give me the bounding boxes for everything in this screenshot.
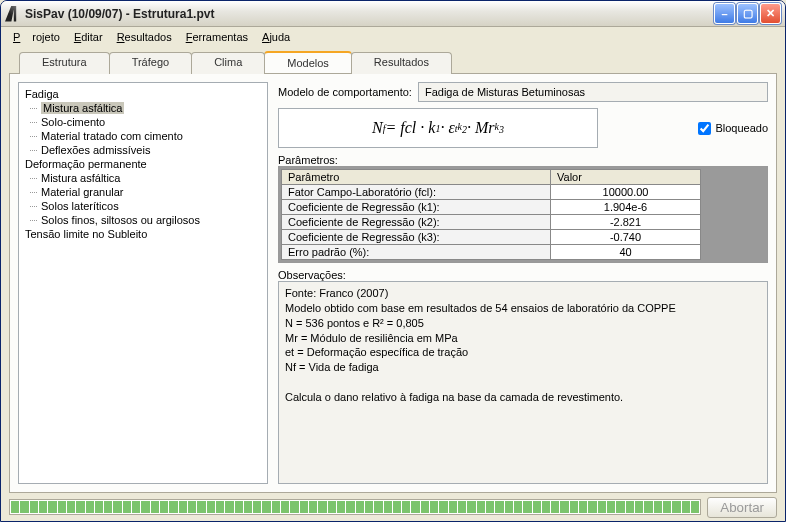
param-value-cell[interactable]: -2.821: [551, 215, 701, 230]
obs-label: Observações:: [278, 269, 768, 281]
model-tree[interactable]: Fadiga Mistura asfáltica Solo-cimento Ma…: [18, 82, 268, 484]
params-table: Parâmetro Valor Fator Campo-Laboratório …: [281, 169, 701, 260]
table-row: Coeficiente de Regressão (k2):-2.821: [282, 215, 701, 230]
tree-item-dp-mistura[interactable]: Mistura asfáltica: [19, 171, 267, 185]
tab-estrutura[interactable]: Estrutura: [19, 52, 110, 74]
params-area: Parâmetro Valor Fator Campo-Laboratório …: [278, 166, 768, 263]
tree-group-deformacao[interactable]: Deformação permanente: [19, 157, 267, 171]
window-title: SisPav (10/09/07) - Estrutura1.pvt: [25, 7, 214, 21]
params-label: Parâmetros:: [278, 154, 768, 166]
minimize-button[interactable]: –: [714, 3, 735, 24]
tab-trafego[interactable]: Tráfego: [109, 52, 193, 74]
titlebar[interactable]: SisPav (10/09/07) - Estrutura1.pvt – ▢ ✕: [1, 1, 785, 27]
formula-display: Nf = fcl · k1 · εtk2 · Mrk3: [278, 108, 598, 148]
menu-projeto[interactable]: Projeto: [7, 29, 66, 45]
table-row: Coeficiente de Regressão (k1):1.904e-6: [282, 200, 701, 215]
param-value-cell[interactable]: -0.740: [551, 230, 701, 245]
tree-item-dp-finos[interactable]: Solos finos, siltosos ou argilosos: [19, 213, 267, 227]
tree-item-dp-granular[interactable]: Material granular: [19, 185, 267, 199]
model-name-field: Fadiga de Misturas Betuminosas: [418, 82, 768, 102]
progress-bar: [9, 499, 701, 515]
app-window: SisPav (10/09/07) - Estrutura1.pvt – ▢ ✕…: [0, 0, 786, 522]
params-header-name: Parâmetro: [282, 170, 551, 185]
locked-checkbox-input[interactable]: [698, 122, 711, 135]
menu-ajuda[interactable]: Ajuda: [256, 29, 296, 45]
table-row: Coeficiente de Regressão (k3):-0.740: [282, 230, 701, 245]
tree-group-fadiga[interactable]: Fadiga: [19, 87, 267, 101]
menu-ferramentas[interactable]: Ferramentas: [180, 29, 254, 45]
tree-item-mistura-asfaltica[interactable]: Mistura asfáltica: [19, 101, 267, 115]
param-value-cell[interactable]: 1.904e-6: [551, 200, 701, 215]
table-row: Fator Campo-Laboratório (fcl):10000.00: [282, 185, 701, 200]
tabstrip: Estrutura Tráfego Clima Modelos Resultad…: [19, 51, 777, 73]
tab-modelos[interactable]: Modelos: [264, 51, 352, 73]
maximize-button[interactable]: ▢: [737, 3, 758, 24]
statusbar: Abortar: [1, 493, 785, 521]
param-value-cell[interactable]: 40: [551, 245, 701, 260]
tab-clima[interactable]: Clima: [191, 52, 265, 74]
tree-item-material-tratado[interactable]: Material tratado com cimento: [19, 129, 267, 143]
tree-item-deflexoes[interactable]: Deflexões admissíveis: [19, 143, 267, 157]
tab-panel: Fadiga Mistura asfáltica Solo-cimento Ma…: [9, 73, 777, 493]
params-header-value: Valor: [551, 170, 701, 185]
abort-button[interactable]: Abortar: [707, 497, 777, 518]
menu-resultados[interactable]: Resultados: [111, 29, 178, 45]
close-button[interactable]: ✕: [760, 3, 781, 24]
model-label: Modelo de comportamento:: [278, 86, 412, 98]
app-icon: [5, 6, 21, 22]
tree-item-dp-lateriticos[interactable]: Solos lateríticos: [19, 199, 267, 213]
observations-text[interactable]: Fonte: Franco (2007) Modelo obtido com b…: [278, 281, 768, 484]
param-value-cell[interactable]: 10000.00: [551, 185, 701, 200]
menubar: Projeto Editar Resultados Ferramentas Aj…: [1, 27, 785, 47]
locked-checkbox[interactable]: Bloqueado: [698, 122, 768, 135]
table-row: Erro padrão (%):40: [282, 245, 701, 260]
tree-group-tensao[interactable]: Tensão limite no Subleito: [19, 227, 267, 241]
tab-resultados[interactable]: Resultados: [351, 52, 452, 74]
menu-editar[interactable]: Editar: [68, 29, 109, 45]
tree-item-solo-cimento[interactable]: Solo-cimento: [19, 115, 267, 129]
